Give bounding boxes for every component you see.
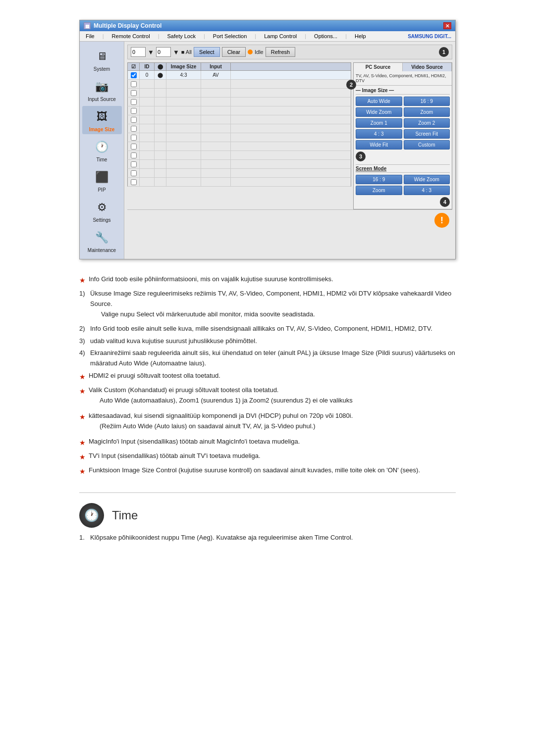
sidebar-item-system[interactable]: 🖥 System [82, 46, 122, 74]
star-text-2: HDMI2 ei pruugi sõltuvalt tootest olla t… [89, 371, 220, 381]
count-input[interactable] [156, 47, 171, 57]
tab-video-source[interactable]: Video Source [403, 63, 452, 71]
time-section: 🕐 Time [79, 492, 456, 528]
right-panel: PC Source Video Source TV, AV, S-Video, … [353, 62, 452, 209]
sidebar-item-maintenance[interactable]: 🔧 Maintenance [82, 227, 122, 255]
image-size-section: — Image Size — Auto Wide 16 : 9 Wide Zoo… [354, 86, 452, 209]
time-body-text: 1. Klõpsake põhiikoonidest nuppu Time (A… [79, 533, 456, 543]
screen-mode-title: Screen Mode [356, 164, 450, 173]
badge-3: 3 [356, 151, 366, 161]
badge-2: 2 [346, 80, 356, 90]
btn-sm-wide-zoom[interactable]: Wide Zoom [404, 175, 450, 184]
badge-4: 4 [440, 197, 450, 207]
clear-button[interactable]: Clear [222, 47, 246, 57]
btn-sm-16-9[interactable]: 16 : 9 [356, 175, 402, 184]
table-row [127, 160, 351, 169]
software-window: ▦ Multiple Display Control ✕ File | Remo… [79, 20, 456, 259]
star-text-5: MagicInfo'i Input (sisendallikas) töötab… [89, 437, 300, 447]
col-id: ID [140, 63, 155, 70]
btn-wide-fit[interactable]: Wide Fit [356, 140, 402, 150]
star-item-6: ★ TV'i Input (sisendallikas) töötab ainu… [79, 451, 456, 462]
row-id: 0 [140, 71, 155, 79]
samsung-logo: SAMSUNG DIGIT... [408, 34, 451, 39]
grid-table: ☑ ID ⬤ Image Size Input 0 ⬤ 4:3 AV [127, 62, 351, 209]
btn-sm-4-3[interactable]: 4 : 3 [404, 186, 450, 195]
menu-lamp-control[interactable]: Lamp Control [262, 32, 299, 40]
table-row [127, 151, 351, 160]
sidebar-item-input-source[interactable]: 📷 Input Source [82, 76, 122, 104]
select-button[interactable]: Select [194, 47, 220, 57]
source-tabs: PC Source Video Source [354, 63, 452, 71]
menu-safety-lock[interactable]: Safety Lock [165, 32, 198, 40]
btn-16-9[interactable]: 16 : 9 [404, 97, 450, 106]
sidebar-item-settings[interactable]: ⚙ Settings [82, 197, 122, 225]
star-text-4: kättesaadavad, kui sisendi signaalitüüp … [89, 412, 353, 419]
btn-zoom2[interactable]: Zoom 2 [404, 118, 450, 128]
numbered-item-2: 2) Info Grid toob esile ainult selle kuv… [79, 324, 456, 334]
table-row [127, 124, 351, 133]
sidebar-item-time[interactable]: 🕐 Time [82, 136, 122, 164]
source-section: TV, AV, S-Video, Component, HDMI1, HDMI2… [354, 71, 452, 86]
main-content: ▼ ▼ ■ All Select Clear Idle Refresh 1 [124, 42, 455, 259]
dropdown-arrow1[interactable]: ▼ [148, 49, 154, 56]
time-item1-text: Klõpsake põhiikoonidest nuppu Time (Aeg)… [90, 533, 353, 543]
sidebar-item-pip[interactable]: ⬛ PIP [82, 166, 122, 195]
btn-zoom[interactable]: Zoom [404, 107, 450, 117]
close-button[interactable]: ✕ [443, 22, 451, 29]
btn-sm-zoom[interactable]: Zoom [356, 186, 402, 195]
table-row: 0 ⬤ 4:3 AV [127, 71, 351, 80]
menu-file[interactable]: File [84, 32, 97, 40]
menu-help[interactable]: Help [353, 32, 368, 40]
table-row [127, 80, 351, 89]
grid-header: ☑ ID ⬤ Image Size Input [127, 62, 351, 71]
star-icon-2: ★ [79, 371, 86, 382]
maintenance-icon: 🔧 [93, 229, 111, 247]
window-footer: ! [127, 209, 452, 231]
id-input[interactable] [131, 47, 146, 57]
sidebar-label-settings: Settings [93, 217, 110, 223]
star-icon-1: ★ [79, 275, 86, 286]
pip-icon: ⬛ [93, 168, 111, 186]
btn-4-3[interactable]: 4 : 3 [356, 129, 402, 139]
window-title: Multiple Display Control [94, 22, 161, 29]
screen-mode-buttons: 16 : 9 Wide Zoom Zoom 4 : 3 [356, 175, 450, 195]
star-text-3: Valik Custom (Kohandatud) ei pruugi sõlt… [89, 386, 278, 394]
btn-custom[interactable]: Custom [404, 140, 450, 150]
toolbar: ▼ ▼ ■ All Select Clear Idle Refresh 1 [127, 45, 452, 59]
body-text-section: ★ Info Grid toob esile põhiinformatsioon… [79, 274, 456, 477]
source-description: TV, AV, S-Video, Component, HDMI1, HDMI2… [356, 73, 450, 83]
row-input: AV [201, 71, 231, 79]
image-size-title: — Image Size — [356, 88, 450, 95]
row-checkbox[interactable] [128, 71, 140, 79]
star-item-7: ★ Funktsioon Image Size Control (kujutis… [79, 465, 456, 477]
star-item-4: ★ kättesaadavad, kui sisendi signaalitüü… [79, 411, 456, 434]
menu-port-selection[interactable]: Port Selection [211, 32, 249, 40]
btn-wide-zoom[interactable]: Wide Zoom [356, 107, 402, 117]
col-input: Input [201, 63, 231, 70]
title-bar: ▦ Multiple Display Control ✕ [80, 20, 455, 31]
image-size-icon: 🖼 [93, 108, 111, 126]
menu-remote-control[interactable]: Remote Control [110, 32, 152, 40]
sidebar-item-image-size[interactable]: 🖼 Image Size [82, 106, 122, 134]
all-label: ■ All [181, 49, 192, 55]
time-icon: 🕐 [93, 138, 111, 156]
sidebar-label-time: Time [97, 157, 107, 162]
star-item-1: ★ Info Grid toob esile põhiinformatsioon… [79, 274, 456, 286]
menu-options[interactable]: Options... [312, 32, 339, 40]
table-row [127, 142, 351, 151]
numbered-item-3: 3) udab valitud kuva kujutise suurust ju… [79, 336, 456, 347]
sidebar-label-image-size: Image Size [89, 127, 115, 132]
numbered-item-4: 4) Ekraanirežiimi saab reguleerida ainul… [79, 348, 456, 369]
col-status: ⬤ [155, 63, 166, 70]
star-text-6: TV'i Input (sisendallikas) töötab ainult… [89, 451, 261, 461]
refresh-button[interactable]: Refresh [266, 47, 296, 57]
tab-pc-source[interactable]: PC Source [354, 63, 403, 71]
dropdown-arrow2[interactable]: ▼ [173, 49, 179, 56]
system-icon: 🖥 [93, 48, 111, 65]
star-icon-7: ★ [79, 466, 86, 477]
sidebar-label-pip: PIP [98, 187, 106, 193]
btn-zoom1[interactable]: Zoom 1 [356, 118, 402, 128]
btn-auto-wide[interactable]: Auto Wide [356, 97, 402, 106]
btn-screen-fit[interactable]: Screen Fit [404, 129, 450, 139]
idle-indicator: Idle [248, 49, 264, 55]
